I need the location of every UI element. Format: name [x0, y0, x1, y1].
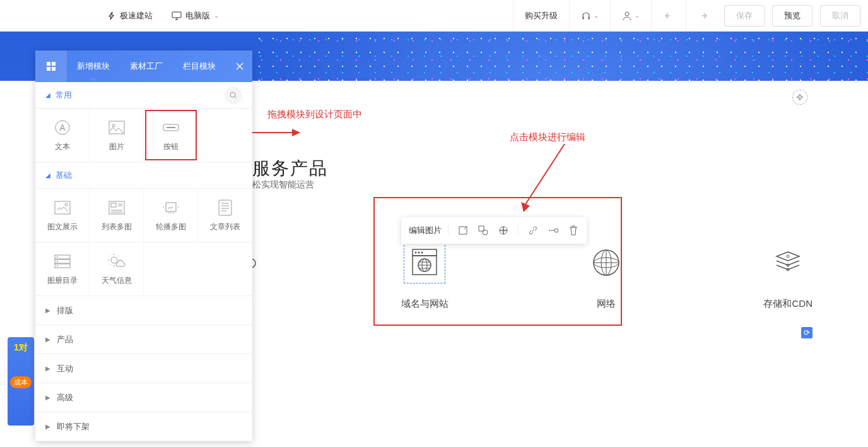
- svg-rect-16: [111, 203, 116, 207]
- module-carousel[interactable]: 轮播多图: [144, 189, 198, 242]
- svg-point-1: [625, 12, 629, 16]
- redo-button[interactable]: [686, 0, 720, 31]
- preview-button[interactable]: 预览: [772, 5, 812, 27]
- module-article-list[interactable]: 文章列表: [198, 189, 252, 242]
- resize-handle[interactable]: ⟳: [801, 327, 812, 338]
- triangle-down-icon: ◢: [45, 92, 50, 98]
- support-dropdown[interactable]: ⌄: [569, 0, 610, 31]
- module-label: 按钮: [163, 141, 179, 152]
- svg-rect-4: [47, 67, 50, 71]
- category-common[interactable]: ◢ 常用: [35, 82, 252, 109]
- category-layout[interactable]: ▶排版: [35, 296, 252, 325]
- delete-button[interactable]: [568, 225, 579, 236]
- topbar: 极速建站 电脑版 ⌄ 购买升级 ⌄ ⌄ 保存 预览: [0, 0, 868, 32]
- basic-grid-2: 图册目录 天气信息: [35, 242, 252, 296]
- module-image-text[interactable]: 图文展示: [35, 189, 90, 242]
- module-album-dir[interactable]: 图册目录: [35, 242, 90, 295]
- panel-close-button[interactable]: [227, 63, 252, 70]
- cancel-button[interactable]: 取消: [820, 5, 860, 27]
- animation-icon: [548, 227, 559, 234]
- edit-toolbar-label[interactable]: 编辑图片: [409, 225, 449, 236]
- promo-banner[interactable]: 1对 成本: [8, 337, 34, 426]
- hint-drag: 拖拽模块到设计页面中: [267, 109, 362, 121]
- brand-button[interactable]: 极速建站: [107, 10, 153, 21]
- user-dropdown[interactable]: ⌄: [610, 0, 651, 31]
- common-grid: A 文本 图片 按钮: [35, 109, 252, 162]
- module-text[interactable]: A 文本: [35, 109, 90, 162]
- pinwheel-icon: [498, 225, 508, 235]
- svg-rect-5: [52, 67, 56, 71]
- monitor-icon: [172, 11, 182, 20]
- weather-icon: [108, 253, 126, 270]
- svg-line-28: [525, 144, 565, 205]
- save-button[interactable]: 保存: [724, 5, 765, 27]
- module-image[interactable]: 图片: [90, 109, 144, 162]
- animation-button[interactable]: [548, 225, 559, 236]
- module-button[interactable]: 按钮: [144, 109, 198, 162]
- promo-badge: 成本: [10, 376, 32, 388]
- storage-cdn-icon: [771, 246, 804, 279]
- panel-grid-button[interactable]: [35, 51, 67, 82]
- category-product[interactable]: ▶产品: [35, 325, 252, 354]
- svg-point-10: [112, 124, 115, 127]
- module-weather[interactable]: 天气信息: [90, 242, 144, 295]
- category-label: 常用: [56, 90, 72, 101]
- topbar-right: 购买升级 ⌄ ⌄ 保存 预览 取消: [513, 0, 868, 31]
- module-list-images[interactable]: 列表多图: [90, 189, 144, 242]
- svg-point-6: [230, 92, 235, 97]
- triangle-right-icon: ▶: [45, 307, 50, 314]
- image-icon: [108, 119, 126, 136]
- category-advanced[interactable]: ▶高级: [35, 383, 252, 412]
- user-icon: [622, 11, 632, 21]
- svg-rect-3: [52, 62, 56, 66]
- undo-icon: [663, 11, 674, 20]
- divider: [518, 224, 519, 237]
- svg-point-32: [483, 230, 488, 235]
- tab-column[interactable]: 栏目模块: [173, 51, 226, 82]
- buy-link[interactable]: 购买升级: [513, 0, 569, 31]
- service-item[interactable]: 存储和CDN: [763, 246, 812, 310]
- category-basic[interactable]: ◢ 基础: [35, 162, 252, 189]
- svg-rect-17: [166, 203, 176, 212]
- module-label: 图册目录: [47, 275, 78, 286]
- link-button[interactable]: [527, 225, 539, 236]
- chevron-down-icon: ⌄: [214, 12, 219, 19]
- trash-icon: [569, 225, 578, 235]
- category-label: 排版: [57, 305, 73, 316]
- category-interact[interactable]: ▶互动: [35, 354, 252, 383]
- promo-line1: 1对: [10, 342, 32, 354]
- svg-point-22: [57, 256, 58, 258]
- headset-icon: [581, 11, 591, 21]
- device-dropdown[interactable]: 电脑版 ⌄: [172, 10, 219, 21]
- album-icon: [54, 253, 71, 270]
- tab-label: 新增模块: [77, 61, 110, 72]
- service-label: 存储和CDN: [763, 298, 812, 310]
- list-images-icon: [108, 199, 126, 217]
- search-button[interactable]: [225, 86, 242, 104]
- category-label: 即将下架: [57, 421, 90, 432]
- tab-add-module[interactable]: 新增模块: [67, 51, 120, 82]
- svg-point-25: [111, 257, 117, 263]
- svg-rect-18: [219, 200, 232, 215]
- svg-point-23: [57, 261, 58, 262]
- shape-icon: [478, 225, 488, 235]
- preview-label: 预览: [784, 10, 801, 21]
- svg-rect-2: [47, 62, 50, 66]
- category-deprecated[interactable]: ▶即将下架: [35, 412, 252, 441]
- close-icon: [236, 63, 243, 70]
- effect-button[interactable]: [498, 225, 509, 236]
- crop-button[interactable]: [457, 225, 469, 236]
- shape-button[interactable]: [478, 225, 489, 236]
- svg-rect-13: [55, 201, 70, 214]
- category-label: 高级: [57, 392, 73, 403]
- topbar-left: 极速建站 电脑版 ⌄: [0, 10, 219, 21]
- undo-button[interactable]: [651, 0, 686, 31]
- chevron-down-icon: ⌄: [594, 12, 599, 19]
- panel-tabs: 新增模块 素材工厂 栏目模块: [67, 51, 227, 82]
- svg-text:A: A: [59, 122, 66, 133]
- chevron-down-icon: ⌄: [635, 12, 640, 19]
- module-label: 文章列表: [210, 222, 240, 232]
- module-label: 轮播多图: [156, 222, 186, 232]
- tab-material[interactable]: 素材工厂: [120, 51, 173, 82]
- move-handle[interactable]: ✥: [792, 90, 807, 105]
